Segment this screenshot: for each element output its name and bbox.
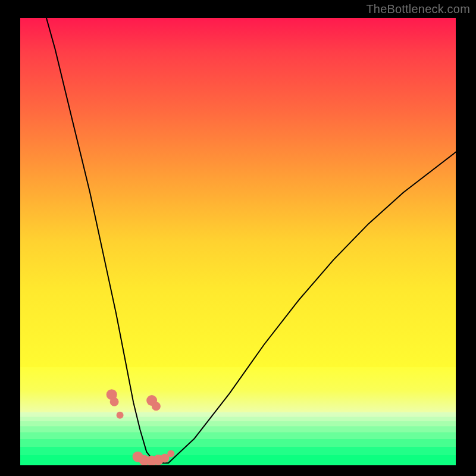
curve-marker xyxy=(117,412,124,419)
curve-svg xyxy=(20,18,456,465)
curve-marker xyxy=(167,450,174,457)
curve-marker xyxy=(110,397,119,406)
plot-area xyxy=(20,18,456,465)
chart-frame: TheBottleneck.com xyxy=(0,0,476,476)
markers-group xyxy=(107,389,175,465)
watermark-text: TheBottleneck.com xyxy=(366,2,470,16)
curve-marker xyxy=(152,402,161,411)
